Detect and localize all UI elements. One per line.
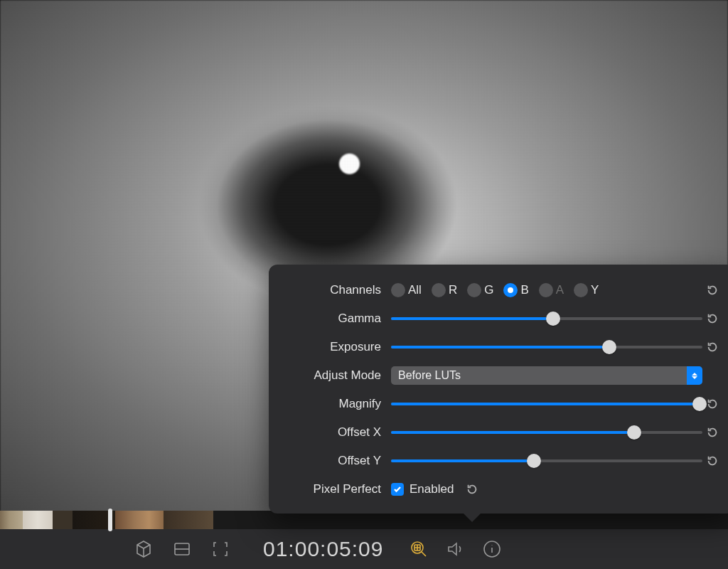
gamma-label: Gamma (282, 312, 391, 326)
channels-radio-group: AllRGBAY (391, 283, 702, 297)
bottom-toolbar: 01:00:05:09 (0, 529, 728, 569)
channel-radio-label: Y (591, 283, 599, 297)
playhead[interactable] (108, 509, 112, 531)
offset-x-row: Offset X (282, 418, 722, 447)
exposure-row: Exposure (282, 333, 722, 361)
radio-dot-icon (391, 283, 405, 297)
radio-dot-icon (432, 283, 446, 297)
magnify-grid-icon[interactable] (409, 539, 429, 559)
channel-radio-y[interactable]: Y (574, 283, 606, 297)
timeline-thumb[interactable] (115, 511, 164, 529)
offset-y-label: Offset Y (282, 454, 391, 468)
exposure-slider[interactable] (391, 340, 702, 354)
reset-gamma-button[interactable] (702, 312, 722, 325)
channel-radio-label: A (556, 283, 564, 297)
timeline-thumb[interactable] (53, 511, 73, 529)
radio-dot-icon (539, 283, 553, 297)
channel-radio-a[interactable]: A (539, 283, 571, 297)
offset-x-label: Offset X (282, 425, 391, 440)
timeline-thumb[interactable] (0, 511, 23, 529)
pixel-perfect-label: Pixel Perfect (282, 482, 391, 496)
timeline-thumb[interactable] (23, 511, 53, 529)
radio-dot-icon (574, 283, 588, 297)
reset-offset-y-button[interactable] (702, 454, 722, 467)
magnify-row: Magnify (282, 390, 722, 418)
pixel-perfect-checkbox[interactable] (391, 483, 404, 496)
channel-radio-label: R (449, 283, 457, 297)
channel-radio-label: B (520, 283, 528, 297)
timeline-thumb[interactable] (164, 511, 213, 529)
magnify-label: Magnify (282, 397, 391, 411)
channel-radio-b[interactable]: B (503, 283, 535, 297)
reset-offset-x-button[interactable] (702, 426, 722, 439)
offset-y-row: Offset Y (282, 447, 722, 475)
radio-dot-icon (503, 283, 518, 297)
pixel-perfect-checkbox-label: Enabled (410, 482, 454, 496)
gamma-slider[interactable] (391, 312, 702, 326)
adjust-mode-row: Adjust Mode Before LUTs (282, 361, 722, 390)
display-settings-popover: Channels AllRGBAY Gamma Exposure Adjust … (269, 265, 728, 514)
magnify-slider[interactable] (391, 397, 702, 411)
reset-pixel-perfect-button[interactable] (462, 483, 482, 496)
pixel-perfect-row: Pixel Perfect Enabled (282, 475, 722, 504)
channel-radio-r[interactable]: R (432, 283, 464, 297)
offset-y-slider[interactable] (391, 454, 702, 468)
gamma-row: Gamma (282, 304, 722, 333)
adjust-mode-select[interactable]: Before LUTs (391, 366, 702, 385)
rows-icon[interactable] (172, 539, 192, 559)
channel-radio-g[interactable]: G (467, 283, 500, 297)
speaker-icon[interactable] (446, 539, 466, 559)
channel-radio-all[interactable]: All (391, 283, 429, 297)
exposure-label: Exposure (282, 340, 391, 354)
adjust-mode-value: Before LUTs (398, 369, 461, 382)
radio-dot-icon (467, 283, 481, 297)
chevron-up-down-icon (687, 366, 702, 385)
reset-exposure-button[interactable] (702, 341, 722, 353)
channels-row: Channels AllRGBAY (282, 276, 722, 304)
offset-x-slider[interactable] (391, 425, 702, 440)
cube-icon[interactable] (134, 539, 154, 559)
channels-label: Channels (282, 283, 391, 297)
channel-radio-label: All (408, 283, 422, 297)
reset-channels-button[interactable] (702, 284, 722, 297)
info-icon[interactable] (483, 540, 501, 558)
adjust-mode-label: Adjust Mode (282, 368, 391, 383)
channel-radio-label: G (484, 283, 493, 297)
crop-brackets-icon[interactable] (210, 539, 230, 559)
timecode-display: 01:00:05:09 (263, 537, 383, 561)
